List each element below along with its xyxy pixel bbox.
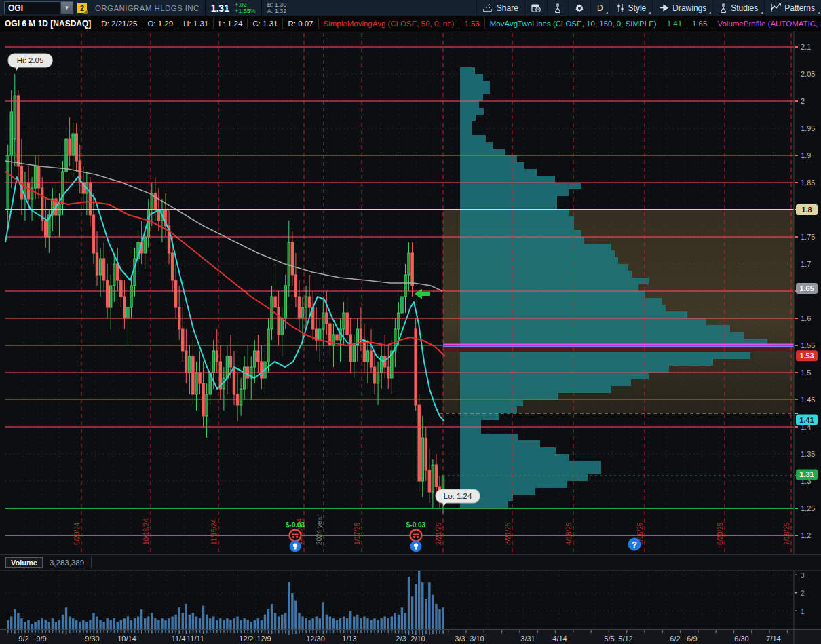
svg-text:?: ? <box>632 539 637 550</box>
volume-scale-label: 3 <box>801 572 805 580</box>
expiration-label: 10/18/24 <box>142 518 150 545</box>
header-cell[interactable]: VolumeProfile (AUTOMATIC, 2.0,... <box>712 18 821 29</box>
gear-icon[interactable] <box>568 0 590 16</box>
d-button[interactable]: D <box>590 0 609 16</box>
volume-scale-label: 2 <box>801 590 805 597</box>
price-badge: 1.41 <box>796 415 818 425</box>
price-tick-label: 1.35 <box>801 450 815 458</box>
price-tick-label: 1.6 <box>801 314 811 322</box>
expiration-label: 2024 year <box>316 514 323 545</box>
symbol-input[interactable]: OGI <box>5 3 60 13</box>
date-tick-label: 12/9 <box>256 634 271 643</box>
expiration-label: 6/20/25 <box>717 522 724 545</box>
gear-icon <box>575 3 584 13</box>
expiration-label: 9/20/24 <box>73 522 81 545</box>
expiration-label: 3/21/25 <box>504 522 512 545</box>
date-tick-label: 5/5 <box>604 634 614 643</box>
price-tick-label: 1.95 <box>801 124 815 132</box>
price-tick-label: 1.45 <box>801 396 815 404</box>
date-tick-label: 7/14 <box>766 634 780 643</box>
volume-label: Volume <box>5 557 43 568</box>
price-change: +.02+1.55% <box>235 2 256 14</box>
trading-app-window: OGI ▼ 2 ORGANIGRAM HLDGS INC 1.31 +.02+1… <box>0 0 821 644</box>
share-icon <box>483 3 493 12</box>
drawings-button[interactable]: Drawings <box>652 0 712 16</box>
date-tick-label: 11/11 <box>187 634 204 643</box>
date-tick-label: 5/12 <box>618 634 632 643</box>
patterns-button[interactable]: Patterns <box>764 0 821 16</box>
date-tick-label: 9/9 <box>36 634 46 643</box>
watchlist-link-badge[interactable]: 2 <box>77 3 87 13</box>
calendar-icon[interactable] <box>524 0 547 16</box>
header-cell[interactable]: MovAvgTwoLines (CLOSE, 10, 150, 0, SIMPL… <box>485 18 662 29</box>
price-tick-label: 1.25 <box>801 504 815 512</box>
header-cell[interactable]: SimpleMovingAvg (CLOSE, 50, 0, no) <box>319 18 460 29</box>
symbol-combo[interactable]: OGI ▼ <box>4 1 73 14</box>
expiration-label: 4/18/25 <box>565 522 573 545</box>
dividend-icon[interactable] <box>290 530 301 542</box>
flask-icon[interactable] <box>547 0 568 16</box>
volume-scale-label: 1 <box>801 608 805 615</box>
svg-text:1.53: 1.53 <box>799 352 814 360</box>
date-tick-label: 12/30 <box>306 634 325 643</box>
price-tick-label: 1.55 <box>801 341 815 349</box>
share-button[interactable]: Share <box>476 0 524 16</box>
svg-text:1.31: 1.31 <box>799 470 814 478</box>
chart-area[interactable]: 9/20/2410/18/2411/15/2412/20/242024 year… <box>0 31 821 644</box>
button-label: Drawings <box>672 3 706 13</box>
price-tick-label: 2.05 <box>801 70 815 78</box>
idea-icon[interactable] <box>411 541 422 552</box>
date-tick-label: 4/14 <box>552 634 567 643</box>
date-tick-label: 12/2 <box>239 634 253 643</box>
header-cell[interactable]: 1.65 <box>687 18 712 29</box>
style-icon <box>616 3 625 12</box>
price-tick-label: 1.5 <box>801 368 811 377</box>
price-tick-label: 1.85 <box>801 178 815 187</box>
price-chart-canvas[interactable]: 9/20/2410/18/2411/15/2412/20/242024 year… <box>0 31 821 644</box>
price-badge: 1.53 <box>796 350 818 361</box>
header-cell: H: 1.31 <box>178 18 214 29</box>
price-tick-label: 1.75 <box>801 233 815 241</box>
company-name: ORGANIGRAM HLDGS INC <box>95 4 199 12</box>
symbol-dropdown-caret-icon[interactable]: ▼ <box>60 2 73 14</box>
header-cell[interactable]: 1.53 <box>459 18 484 29</box>
svg-text:1.65: 1.65 <box>799 284 814 292</box>
button-label: Patterns <box>784 3 815 13</box>
date-tick-label: 6/9 <box>687 634 697 643</box>
date-tick-label: 1/13 <box>342 634 356 643</box>
dividend-icon[interactable] <box>411 530 422 542</box>
date-tick-label: 3/31 <box>520 634 535 643</box>
volume-subgraph-label: Volume 3,283,389 <box>0 554 821 571</box>
expiration-label: 11/15/24 <box>210 518 218 545</box>
header-cell: D: 2/21/25 <box>96 18 142 29</box>
price-tick-label: 1.9 <box>801 151 811 159</box>
svg-text:1.41: 1.41 <box>799 416 814 424</box>
volume-value: 3,283,389 <box>43 557 92 568</box>
expiration-label: 7/18/25 <box>783 522 790 545</box>
date-tick-label: 6/30 <box>734 634 748 643</box>
divider <box>205 0 206 16</box>
button-label: D <box>597 3 603 13</box>
patterns-icon <box>771 3 781 12</box>
calendar-icon <box>531 3 541 12</box>
price-tick-label: 1.7 <box>801 260 811 268</box>
date-tick-label: 3/3 <box>455 634 465 643</box>
question-icon[interactable]: ? <box>628 538 641 551</box>
date-tick-label: 10/14 <box>117 634 136 643</box>
price-tick-label: 1.2 <box>801 531 811 539</box>
price-badge: 1.65 <box>796 283 818 294</box>
button-label: Style <box>628 3 647 13</box>
style-button[interactable]: Style <box>609 0 653 16</box>
header-cell[interactable]: 1.41 <box>662 18 687 29</box>
studies-button[interactable]: Studies <box>712 0 764 16</box>
header-cell: R: 0.07 <box>283 18 318 29</box>
date-tick-label: 3/10 <box>470 634 484 643</box>
date-tick-label: 9/2 <box>18 634 28 643</box>
chart-header-row: OGI 6 M 1D [NASDAQ]D: 2/21/25O: 1.29H: 1… <box>0 16 821 31</box>
dividend-amount-label: $-0.03 <box>286 521 305 529</box>
idea-icon[interactable] <box>290 541 301 552</box>
svg-text:1.8: 1.8 <box>801 206 812 214</box>
expiration-label: 1/17/25 <box>354 522 361 545</box>
header-cell: L: 1.24 <box>214 18 248 29</box>
date-tick-label: 9/30 <box>85 634 99 643</box>
